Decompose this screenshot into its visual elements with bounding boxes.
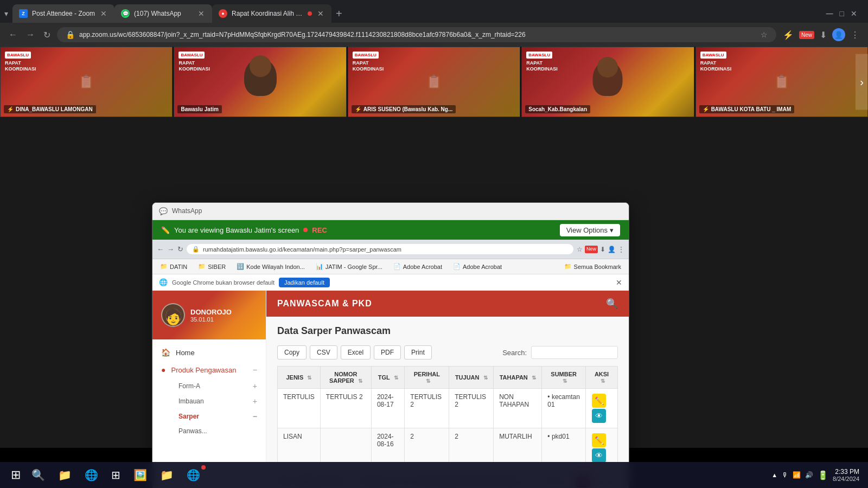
taskbar-battery-icon[interactable]: 🔋 [818,470,828,480]
taskbar-gallery-icon[interactable]: 🖼️ [129,466,151,484]
sort-tgl-icon[interactable]: ⇅ [394,375,398,381]
bookmark-siber[interactable]: 📁 SIBER [195,262,229,271]
table-header-row: JENIS ⇅ NOMOR SARPER ⇅ TGL ⇅ [278,367,618,389]
search-input[interactable] [531,346,618,359]
taskbar-mic-icon[interactable]: 🎙 [782,471,788,479]
video-thumbnails: 📋 BAWASLU RAPATKOORDINASI ⚡ DINA_BAWASLU… [0,47,868,117]
inner-forward-button[interactable]: → [167,245,174,253]
inner-download-icon[interactable]: ⬇ [600,246,605,253]
sidebar-header: 🧑 DONOROJO 35.01.01 [152,291,266,339]
tab-favicon-whatsapp: 💬 [121,9,130,18]
page-header: PANWASCAM & PKD 🔍 [266,291,629,317]
sort-tahapan-icon[interactable]: ⇅ [532,375,536,381]
copy-button[interactable]: Copy [277,345,307,359]
taskbar-chrome-icon[interactable]: 🌐 [80,466,103,484]
view-options-button[interactable]: View Options ▾ [560,224,620,236]
tab-close-zoom[interactable]: ✕ [99,8,108,19]
reload-button[interactable]: ↻ [41,28,53,42]
col-sumber: SUMBER ⇅ [542,367,586,389]
bookmarks-bar: 📁 DATIN 📁 SIBER 🔢 Kode Wilayah Indon... … [152,259,629,274]
new-feature-icon[interactable]: New [799,31,814,39]
sidebar-item-imbauan[interactable]: Imbauan + [170,394,266,409]
taskbar-wifi-icon[interactable]: 📶 [793,471,801,479]
tab-bar: ▾ Z Post Attendee - Zoom ✕ 💬 (107) Whats… [0,0,868,23]
sidebar-item-sarper[interactable]: Sarper − [170,409,266,424]
inner-reload-button[interactable]: ↻ [177,245,183,253]
tab-rapat[interactable]: ● Rapat Koordinasi Alih Peng... ✕ [212,4,331,23]
view-button-1[interactable]: 👁 [592,409,606,423]
csv-button[interactable]: CSV [310,345,337,359]
inner-profile-icon[interactable]: 👤 [608,246,616,253]
chrome-notif-text: Google Chrome bukan browser default [172,279,275,286]
tab-whatsapp[interactable]: 💬 (107) WhatsApp ✕ [114,4,212,23]
edit-button-1[interactable]: ✏️ [592,394,606,408]
make-default-button[interactable]: Jadikan default [279,278,330,287]
inner-browser-chrome: ← → ↻ 🔒 rumahdatajatim.bawaslu.go.id/kec… [152,240,629,259]
tab-close-whatsapp[interactable]: ✕ [197,8,206,19]
chrome-icon: 🌐 [159,278,168,286]
col-perihal: PERIHAL ⇅ [405,367,449,389]
maximize-icon[interactable]: □ [840,9,844,18]
extensions-icon[interactable]: ⚡ [781,28,796,42]
back-button[interactable]: ← [7,28,20,42]
inner-address-bar[interactable]: 🔒 rumahdatajatim.bawaslu.go.id/kecamatan… [187,244,573,254]
taskbar-search-icon[interactable]: 🔍 [27,466,49,484]
sidebar-item-home[interactable]: 🏠 Home [152,344,266,361]
view-button-2[interactable]: 👁 [592,448,606,463]
forward-button[interactable]: → [24,28,37,42]
print-button[interactable]: Print [404,345,432,359]
menu-icon[interactable]: ⋮ [848,28,861,42]
minimize-icon[interactable]: ─ [826,8,833,20]
sort-aksi-icon[interactable]: ⇅ [601,378,605,384]
taskbar-chrome2-icon[interactable]: 🌐 [182,466,205,484]
export-buttons: Copy CSV Excel PDF Print [277,345,432,359]
bookmark-kode[interactable]: 🔢 Kode Wilayah Indon... [233,262,308,271]
bookmark-all[interactable]: 📁 Semua Bookmark [561,262,624,271]
sort-nomor-icon[interactable]: ⇅ [358,378,362,384]
address-bar[interactable]: 🔒 app.zoom.us/wc/6853608847/join?_x_zm_r… [57,27,776,42]
tab-zoom-post[interactable]: Z Post Attendee - Zoom ✕ [12,4,114,23]
sort-perihal-icon[interactable]: ⇅ [426,378,430,384]
col-nomor: NOMOR SARPER ⇅ [320,367,371,389]
sort-jenis-icon[interactable]: ⇅ [307,375,311,381]
sidebar-item-forma[interactable]: Form-A + [170,378,266,394]
col-aksi: AKSI ⇅ [586,367,618,389]
lightning-icon-5: ⚡ [703,106,709,112]
bookmark-jatim[interactable]: 📊 JATIM - Google Spr... [312,262,386,271]
bookmark-adobe2[interactable]: 📄 Adobe Acrobat [450,262,505,271]
start-button[interactable]: ⊞ [9,466,23,484]
close-window-icon[interactable]: ✕ [851,9,857,18]
taskbar-chevron-up-icon[interactable]: ▲ [771,472,777,478]
inner-new-icon[interactable]: New [585,246,598,253]
excel-button[interactable]: Excel [341,345,371,359]
sidebar-item-panwas[interactable]: Panwas... [170,424,266,438]
search-icon[interactable]: 🔍 [606,298,618,310]
edit-button-2[interactable]: ✏️ [592,433,606,447]
bookmark-star-icon[interactable]: ☆ [761,30,768,39]
inner-back-button[interactable]: ← [157,245,164,253]
bookmark-adobe1[interactable]: 📄 Adobe Acrobat [390,262,445,271]
taskbar-files-icon[interactable]: 📁 [54,466,76,484]
chrome-notif-close-icon[interactable]: ✕ [616,278,622,287]
tab-chevron-down-icon[interactable]: ▾ [4,9,8,18]
sort-sumber-icon[interactable]: ⇅ [563,378,567,384]
pdf-button[interactable]: PDF [374,345,401,359]
profile-icon[interactable]: 👤 [832,28,845,41]
inner-menu-icon[interactable]: ⋮ [618,246,624,253]
inner-star-icon[interactable]: ☆ [577,246,583,253]
col-tahapan: TAHAPAN ⇅ [494,367,542,389]
new-tab-button[interactable]: + [331,5,347,22]
sidebar-item-produk[interactable]: ● Produk Pengawasan − [152,361,266,378]
bookmark-datin[interactable]: 📁 DATIN [157,262,190,271]
cell-nomor-1: TERTULIS 2 [320,389,371,428]
taskbar-folder-icon[interactable]: 📁 [156,466,178,484]
tab-recording-dot [308,11,312,16]
taskbar-time[interactable]: 2:33 PM 8/24/2024 [833,468,859,482]
chevron-down-icon: ▾ [610,226,614,234]
taskbar-volume-icon[interactable]: 🔊 [805,471,813,479]
download-icon[interactable]: ⬇ [818,28,829,42]
sort-tujuan-icon[interactable]: ⇅ [483,375,488,381]
taskbar-windows-icon[interactable]: ⊞ [107,466,125,484]
video-next-button[interactable]: › [856,54,868,110]
tab-close-rapat[interactable]: ✕ [316,8,325,19]
